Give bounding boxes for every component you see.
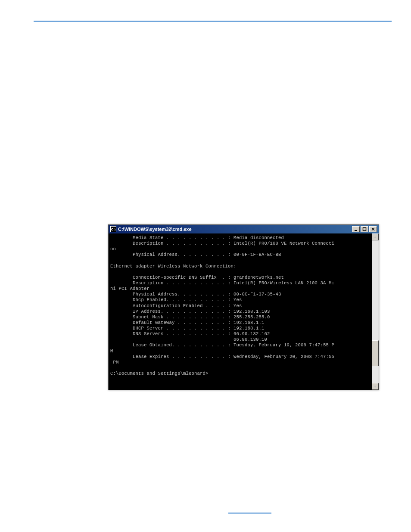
vertical-scrollbar[interactable]: ▲ ▼ <box>372 233 379 390</box>
maximize-button[interactable] <box>361 226 368 232</box>
window-title-bar[interactable]: C:\ C:\WINDOWS\system32\cmd.exe <box>109 225 379 233</box>
minimize-button[interactable] <box>352 226 360 232</box>
svg-line-3 <box>372 228 374 230</box>
scroll-track[interactable] <box>372 240 379 383</box>
cmd-icon: C:\ <box>110 226 116 232</box>
close-button[interactable] <box>369 226 377 232</box>
window-title: C:\WINDOWS\system32\cmd.exe <box>118 227 192 232</box>
scroll-up-button[interactable]: ▲ <box>372 233 379 240</box>
scroll-thumb[interactable] <box>372 340 379 366</box>
maximize-icon <box>362 227 367 231</box>
svg-rect-1 <box>363 228 366 231</box>
svg-line-2 <box>372 228 374 230</box>
scroll-down-button[interactable]: ▼ <box>372 383 379 390</box>
cmd-window: C:\ C:\WINDOWS\system32\cmd.exe Media St… <box>108 224 379 390</box>
top-horizontal-rule <box>34 21 392 22</box>
bottom-link-underline <box>228 513 271 513</box>
minimize-icon <box>354 227 358 231</box>
terminal-output: Media State . . . . . . . . . . . : Medi… <box>109 233 379 390</box>
close-icon <box>371 227 375 231</box>
